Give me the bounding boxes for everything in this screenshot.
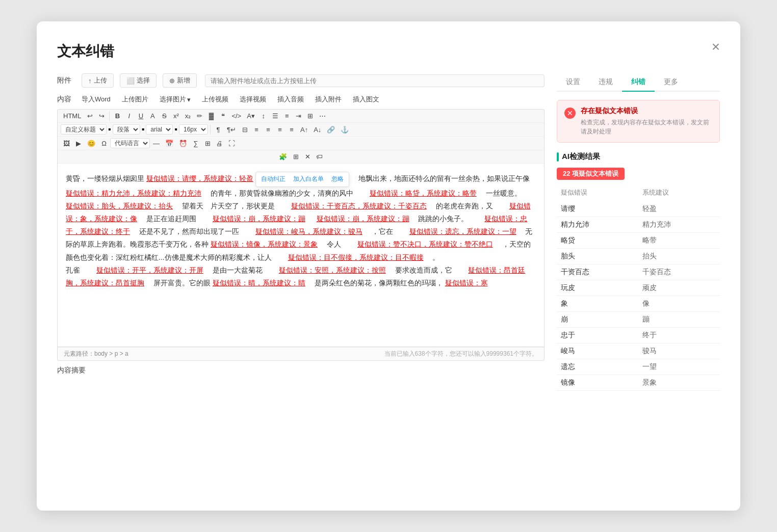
error-8[interactable]: 疑似错误：崩，系统建议：蹦 [317,215,409,223]
error-suggestion-5: 顽皮 [638,280,720,296]
indent-btn[interactable]: ⇥ [293,111,304,121]
table2-btn[interactable]: ⊟ [239,125,250,135]
error-5[interactable]: 疑似错误：干资百态，系统建议：千姿百态 [291,202,427,210]
error-15[interactable]: 疑似错误：开平，系统建议：开屏 [96,266,203,274]
ignore-1[interactable]: 忽略 [331,175,344,182]
import-word-button[interactable]: 导入Word [76,93,116,106]
tag-btn[interactable]: 🏷 [314,152,325,162]
quote-btn[interactable]: ❝ [217,111,228,121]
date-btn[interactable]: 📅 [163,139,176,148]
upload-image-button[interactable]: 上传图片 [117,93,153,106]
special-btn[interactable]: Ω [98,139,110,148]
upload-button[interactable]: ↑ 上传 [82,73,114,88]
error-12[interactable]: 疑似错误：镜像，系统建议：景象 [211,240,318,248]
highlight-btn[interactable]: ▓ [205,111,217,121]
insert-audio-button[interactable]: 插入音频 [272,93,309,106]
hr-btn[interactable]: — [150,139,162,148]
emoticon-btn[interactable]: 😊 [85,139,98,148]
fullscreen-btn[interactable]: ⛶ [226,139,238,148]
error-suggestion-0: 轻盈 [638,201,720,217]
error-suggestion-10: 一望 [638,359,720,375]
strikethrough-btn[interactable]: S [159,111,170,121]
code-lang-select[interactable]: 代码语言 [110,138,150,148]
error-18[interactable]: 疑似错误：晴，系统建议：睛 [213,279,305,287]
puzzle-btn[interactable]: 🧩 [276,152,290,162]
close-tag-btn[interactable]: ✕ [302,152,313,162]
error-2[interactable]: 疑似错误：精力允沛，系统建议：精力充沛 [66,189,201,197]
attachment-input[interactable] [205,74,545,87]
align-justify-btn[interactable]: ≡ [286,125,297,135]
error-7[interactable]: 疑似错误：崩，系统建议：蹦 [213,215,305,223]
align-btn[interactable]: ≡ [281,111,293,121]
fontcolor2-btn[interactable]: A▾ [244,111,257,121]
error-4[interactable]: 疑似错误：胎头，系统建议：抬头 [66,202,173,210]
print-btn[interactable]: 🖨 [214,139,225,148]
lineheight-btn[interactable]: ↕ [258,111,269,121]
more-btn[interactable]: ⋯ [317,111,328,121]
underline-btn[interactable]: U [135,111,146,121]
tab-more[interactable]: 更多 [655,73,687,92]
insert-figure-button[interactable]: 插入图文 [348,93,384,106]
select-video-button[interactable]: 选择视频 [235,93,271,106]
table-row: 略贷 略带 [557,233,720,249]
select-image-button[interactable]: 选择图片 ▾ [154,93,196,106]
upload-video-button[interactable]: 上传视频 [197,93,234,106]
pilcrow-btn[interactable]: ¶↵ [224,125,239,135]
error-14[interactable]: 疑似错误：目不假接，系统建议：目不暇接 [288,253,424,261]
eraser-btn[interactable]: ✏ [194,111,205,121]
content-row: 内容 导入Word 上传图片 选择图片 ▾ 上传视频 选择视频 插入音频 插入附… [57,93,545,106]
video-btn[interactable]: ▶ [73,139,84,148]
error-1[interactable]: 疑似错误：请缨，系统建议：轻盈 [146,174,253,182]
editor-content[interactable]: 黄昏，一缕轻烟从烟囱里 疑似错误：请缨，系统建议：轻盈 自动纠正 加入白名单 忽… [57,164,545,347]
error-16[interactable]: 疑似错误：安照，系统建议：按照 [279,266,386,274]
new-icon: ⊕ [169,77,175,85]
insert-attachment-button[interactable]: 插入附件 [310,93,347,106]
error-19[interactable]: 疑似错误：寒 [445,279,488,287]
error-10[interactable]: 疑似错误：峻马，系统建议：骏马 [255,227,362,235]
error-13[interactable]: 疑似错误：赞不决口，系统建议：赞不绝口 [357,240,493,248]
table-row: 胎头 抬头 [557,249,720,264]
anchor-btn[interactable]: ⚓ [338,125,351,135]
size-select[interactable]: 16px [179,124,208,135]
font-color-btn[interactable]: A [147,111,158,121]
new-button[interactable]: ⊕ 新增 [163,73,197,88]
align-center-btn[interactable]: ≡ [263,125,274,135]
fontsize-up-btn[interactable]: A↑ [298,125,310,135]
redo-btn[interactable]: ↪ [96,111,107,121]
align-left-btn[interactable]: ≡ [251,125,262,135]
link-btn[interactable]: 🔗 [324,125,338,135]
superscript-btn[interactable]: x² [170,111,182,121]
format-btn[interactable]: ¶ [213,125,224,135]
error-3[interactable]: 疑似错误：略贷，系统建议：略带 [370,189,477,197]
undo-btn[interactable]: ↩ [84,111,95,121]
code-btn[interactable]: </> [229,111,244,121]
error-original-4: 干资百态 [557,264,638,280]
tab-violation[interactable]: 违规 [589,73,622,92]
clock-btn[interactable]: ⏰ [176,139,190,148]
align-right-btn[interactable]: ≡ [274,125,286,135]
list-btn[interactable]: ☰ [270,111,281,121]
para-select[interactable]: 段落 [113,124,140,135]
formula-btn[interactable]: ∑ [190,139,201,148]
char-count: 当前已输入638个字符，您还可以输入99999361个字符。 [384,350,538,358]
html-btn[interactable]: HTML [61,111,84,121]
error-original-9: 峻马 [557,343,638,359]
tab-correction[interactable]: 纠错 [622,73,655,92]
bold-btn[interactable]: B [112,111,123,121]
subscript-btn[interactable]: x₂ [182,111,193,121]
italic-btn[interactable]: I [123,111,135,121]
whitelist-1[interactable]: 加入白名单 [293,175,324,182]
table-btn[interactable]: ⊞ [305,111,316,121]
error-11[interactable]: 疑似错误：遗忘，系统建议：一望 [409,227,516,235]
fontsize-down-btn[interactable]: A↓ [311,125,324,135]
image-btn[interactable]: 🖼 [61,139,72,148]
layout-btn[interactable]: ⊞ [290,152,301,162]
font-select[interactable]: arial [146,124,173,135]
grid-btn[interactable]: ⊞ [202,139,213,148]
auto-correct-1[interactable]: 自动纠正 [261,175,286,182]
summary-label: 内容摘要 [57,366,88,375]
close-button[interactable]: × [712,40,720,54]
tab-settings[interactable]: 设置 [557,73,589,92]
style-select[interactable]: 自定义标题 [61,124,107,135]
select-button[interactable]: ⬜ 选择 [120,73,157,88]
